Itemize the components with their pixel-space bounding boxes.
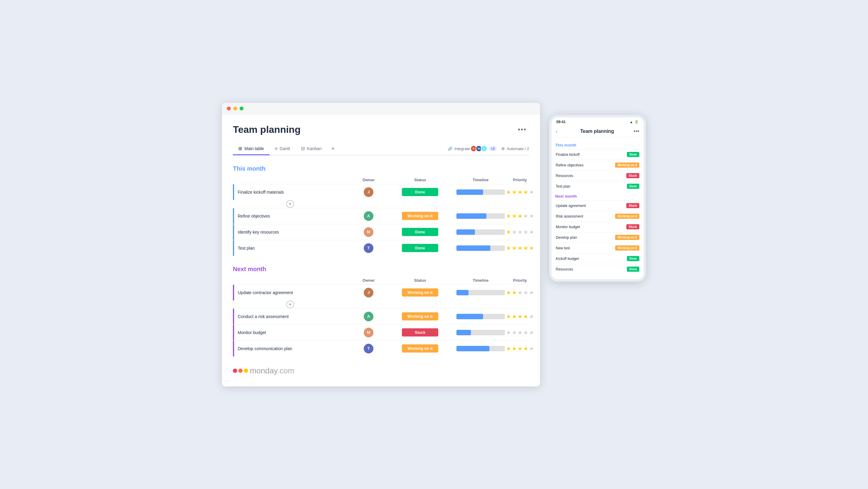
logo-text: monday.com [250,366,294,376]
tab-add-button[interactable]: + [327,142,339,155]
phone-more-button[interactable]: ••• [633,128,639,135]
phone-status[interactable]: Stuck [626,173,639,178]
timeline-bar [457,213,486,219]
timeline-bar [457,290,468,295]
row-timeline-cell [451,189,511,195]
this-month-col-headers: Owner Status Timeline Priority [233,176,529,184]
outer-wrapper: Team planning ••• ⊞ Main table ≡ Gantt ⊟… [222,103,646,386]
timeline-bar-wrap [457,189,505,195]
phone-avatar: A [606,162,613,169]
logo-area: monday.com [233,366,529,376]
phone-status[interactable]: Working on it [615,246,639,251]
phone-task-name: Update agreement [556,204,615,208]
star-5: ★ [529,189,534,195]
integrate-icon: 🔗 [447,146,453,151]
phone-nav-bar: ‹ Team planning ••• [552,125,644,137]
phone-status[interactable]: Done [627,152,639,157]
stars: ★ ★ ★ ★ ★ [506,313,534,320]
circle-plus-icon: + [286,300,294,308]
tabs-bar: ⊞ Main table ≡ Gantt ⊟ Kanban + 🔗 Integr… [233,142,529,156]
stars: ★ ★ ★ ★ ★ [506,189,534,195]
status-pill[interactable]: Working on it [402,345,438,353]
row-border [233,308,234,324]
phone-avatar: J [606,244,613,252]
traffic-light-red[interactable] [227,106,231,110]
task-name: Identify key resources [238,230,345,234]
table-row: Conduct a risk assessment A Working on i… [233,308,529,324]
col-priority-header: Priority [511,177,529,182]
table-row: Finalize kickoff materials J Done [233,184,529,208]
phone-row: Refine objectives A Working on it [555,160,641,170]
phone-status[interactable]: Stuck [626,224,639,229]
integrate-avatars: G M Z [472,145,487,152]
phone-row: Monitor budget M Stuck [555,222,641,232]
status-pill[interactable]: Done [402,244,438,252]
traffic-light-yellow[interactable] [233,106,237,110]
phone-status[interactable]: Done [627,256,639,261]
tab-gantt[interactable]: ≡ Gantt [270,143,296,155]
phone-status[interactable]: Working on it [615,235,639,240]
timeline-bar [457,189,483,195]
phone-signal: ▲ 🔋 [630,120,639,124]
status-pill[interactable]: Done [402,228,438,236]
more-options-button[interactable]: ••• [516,124,529,135]
timeline-bar [457,346,489,351]
phone-status[interactable]: Done [627,184,639,189]
row-task-cell: Develop communication plan [233,341,347,356]
row-priority-cell: ★ ★ ★ ★ ★ [511,289,529,296]
task-name: Conduct a risk assessment [238,314,345,319]
add-col-button[interactable]: + [233,200,347,208]
task-name: Update contractor agreement [238,290,345,295]
traffic-light-green[interactable] [240,106,244,110]
phone-task-name: Kickoff budget [556,257,616,261]
phone-status[interactable]: Stuck [626,203,639,208]
integrate-button[interactable]: 🔗 Integrate G M Z +2 [447,145,496,152]
tab-main-table[interactable]: ⊞ Main table [233,143,270,155]
row-task-cell: Update contractor agreement [233,285,347,300]
row-owner-cell: T [347,344,390,353]
row-owner-cell: M [347,227,390,237]
row-timeline-cell [451,213,511,219]
automate-button[interactable]: ⚙ Automate / 2 [501,146,529,151]
section-this-month: This month Owner Status Timeline Priorit… [233,164,529,256]
row-task-cell: Test plan [233,240,347,256]
phone-avatar: T [618,183,625,190]
col-timeline-header: Timeline [451,177,511,182]
phone-status[interactable]: Working on it [615,163,639,168]
phone-avatar: J [618,151,625,158]
status-pill[interactable]: Working on it [402,212,438,220]
row-status-cell: Stuck [390,328,451,336]
row-timeline-cell [451,246,511,251]
stars: ★ ★ ★ ★ ★ [506,329,534,336]
row-priority-cell: ★ ★ ★ ★ ★ [511,345,529,352]
status-pill[interactable]: Working on it [402,312,438,321]
timeline-bar [457,330,471,335]
row-owner-cell: J [347,288,390,297]
timeline-bar-wrap [457,213,505,219]
row-task-cell: Refine objectives [233,208,347,224]
table-row: Update contractor agreement J Working on… [233,285,529,308]
phone-time: 09:41 [556,120,566,124]
status-pill[interactable]: Working on it [402,288,438,297]
phone-task-name: Develop plan [556,235,604,240]
phone-task-name: Resources [556,174,615,178]
col-status-header: Status [390,177,451,182]
row-priority-cell: ★ ★ ★ ★ ★ [511,229,529,235]
row-owner-cell: J [347,187,390,197]
logo-dot-yellow [244,368,248,373]
status-pill[interactable]: Stuck [402,328,438,336]
phone-task-name: Risk assessment [556,214,604,219]
phone-status[interactable]: Done [627,267,639,272]
row-priority-cell: ★ ★ ★ ★ ★ [511,329,529,336]
star-2: ★ [512,189,517,195]
add-col-button[interactable]: + [233,300,347,308]
star-3: ★ [518,189,522,195]
tab-kanban[interactable]: ⊟ Kanban [296,143,327,155]
col-owner-header: Owner [347,278,390,283]
row-timeline-cell [451,346,511,351]
phone-status[interactable]: Working on it [615,214,639,219]
logo-dots [233,368,248,373]
status-pill[interactable]: Done [402,188,438,196]
phone-back-button[interactable]: ‹ [556,128,558,135]
avatar: A [364,211,373,221]
